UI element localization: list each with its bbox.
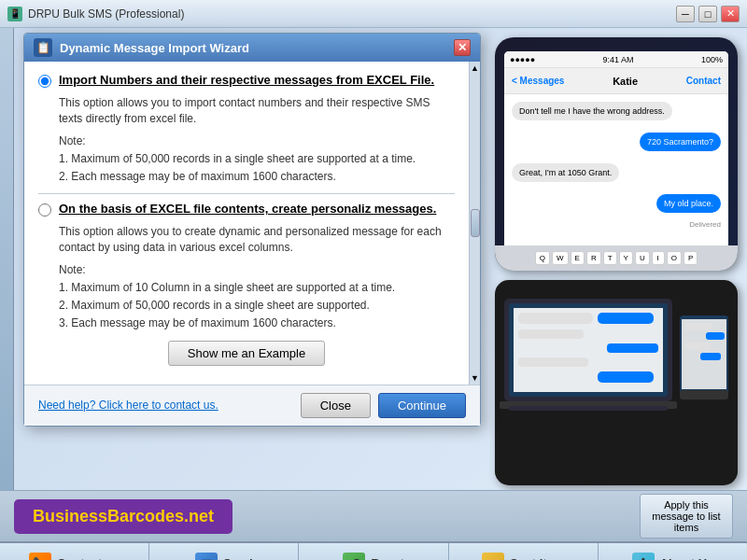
nav-send[interactable]: ✉ Send [149,543,299,560]
scroll-down-arrow[interactable]: ▼ [471,373,479,383]
key-Q[interactable]: Q [535,251,550,257]
help-link[interactable]: Need help? Click here to contact us. [38,399,218,412]
signal-bars: ●●●●● [510,55,535,64]
option1-radio[interactable] [38,75,51,88]
key-W[interactable]: W [552,251,569,257]
main-content: 📋 Dynamic Message Import Wizard ✕ [14,28,486,490]
key-I[interactable]: I [652,251,665,257]
sent-message-2: My old place. [656,194,721,213]
messages-body: Don't tell me I have the wrong address. … [504,94,728,231]
svg-rect-35 [706,332,725,340]
continue-button[interactable]: Continue [378,393,466,418]
key-T[interactable]: T [603,251,617,257]
key-P[interactable]: P [684,251,698,257]
dialog-scrollbar[interactable]: ▲ ▼ [469,62,480,385]
sent-item-icon: 📁 [482,553,504,561]
svg-rect-30 [509,406,668,411]
dialog-body: Import Numbers and their respective mess… [24,62,469,385]
key-O[interactable]: O [667,251,682,257]
window-close-button[interactable]: ✕ [721,6,740,22]
status-time: 9:41 AM [603,55,634,64]
app-title: DRPU Bulk SMS (Professional) [28,7,676,21]
svg-rect-36 [684,343,711,350]
option2-note-header: Note: [59,261,455,279]
window-controls: ─ □ ✕ [676,6,740,22]
nav-sent-label: Sent Item [510,556,565,560]
dialog-close-x-button[interactable]: ✕ [454,39,471,56]
dialog-icon: 📋 [34,38,52,57]
option1-note1: 1. Maximum of 50,000 records in a single… [59,150,455,168]
website-logo: BusinessBarcodes.net [14,499,233,534]
svg-rect-24 [598,313,654,324]
scroll-thumb[interactable] [471,209,480,237]
option2-note2: 2. Maximum of 50,000 records in a single… [59,297,455,315]
about-icon: ℹ [632,553,655,561]
option2-note3: 3. Each message may be of maximum 1600 c… [59,315,455,332]
nav-about-label: About Us [660,556,714,560]
reset-icon: ↺ [343,553,365,561]
close-button[interactable]: Close [301,393,371,418]
dialog-footer-buttons: Close Continue [301,393,466,418]
app-icon: 📱 [7,7,22,21]
right-panel: ●●●●● 9:41 AM 100% < Messages Katie Cont… [486,28,747,490]
minimize-button[interactable]: ─ [676,6,695,22]
app-area: DRPU Bulk SMS [0,28,747,560]
contact-link[interactable]: Contact [686,76,721,86]
phone-status-bar: ●●●●● 9:41 AM 100% [504,51,728,68]
option2-description: This option allows you to create dynamic… [59,224,455,256]
svg-rect-26 [607,343,658,353]
nav-contact-label: Contact us [57,556,120,560]
option1-note2: 2. Each message may be of maximum 1600 c… [59,168,455,186]
option2-radio[interactable] [38,203,51,217]
keyboard-row-1: Q W E R T Y U I O P [504,249,728,257]
apply-message-button[interactable]: Apply this message to list items [640,494,733,539]
contact-icon: 📞 [29,553,51,561]
dialog-title-bar: 📋 Dynamic Message Import Wizard ✕ [24,34,480,62]
svg-rect-27 [518,357,588,367]
option2-row: On the basis of EXCEL file contents, cre… [38,202,455,217]
option1-row: Import Numbers and their respective mess… [38,73,455,88]
import-wizard-dialog: 📋 Dynamic Message Import Wizard ✕ [23,33,481,427]
key-U[interactable]: U [635,251,650,257]
option2-label: On the basis of EXCEL file contents, cre… [59,202,436,216]
phone-keyboard: Q W E R T Y U I O P [504,245,728,257]
scroll-up-arrow[interactable]: ▲ [471,63,479,73]
svg-rect-23 [518,313,593,324]
delivered-status: Delivered [504,220,728,229]
sent-message-1: 720 Sacramento? [640,133,721,151]
dialog-title: Dynamic Message Import Wizard [60,41,249,55]
bottom-nav: 📞 Contact us ✉ Send ↺ Reset 📁 Sent Item … [0,541,747,560]
option1-description: This option allows you to import contact… [59,95,455,127]
website-bar: BusinessBarcodes.net Apply this message … [0,490,747,541]
key-E[interactable]: E [571,251,585,257]
option2-note1: 1. Maximum of 10 Column in a single shee… [59,279,455,297]
dialog-footer: Need help? Click here to contact us. Clo… [24,385,480,426]
key-Y[interactable]: Y [619,251,633,257]
option1-label: Import Numbers and their respective mess… [59,73,434,87]
received-message-1: Don't tell me I have the wrong address. [512,102,672,120]
send-icon: ✉ [195,553,218,561]
svg-rect-28 [598,371,654,383]
option1-note-header: Note: [59,133,455,150]
back-button[interactable]: < Messages [512,76,564,86]
nav-reset[interactable]: ↺ Reset [299,543,448,560]
nav-contact-us[interactable]: 📞 Contact us [0,543,149,560]
dialog-overlay: 📋 Dynamic Message Import Wizard ✕ [14,28,486,490]
maximize-button[interactable]: □ [698,6,717,22]
svg-rect-38 [680,390,728,399]
contact-name: Katie [613,76,638,87]
left-strip [0,28,14,490]
nav-reset-label: Reset [371,556,403,560]
title-bar: 📱 DRPU Bulk SMS (Professional) ─ □ ✕ [0,0,747,28]
device-graphic [495,280,738,467]
phone-mockup-bottom [495,280,738,485]
show-example-button[interactable]: Show me an Example [168,341,325,366]
key-R[interactable]: R [586,251,601,257]
nav-sent-item[interactable]: 📁 Sent Item [449,543,599,560]
option-divider [38,193,455,194]
received-message-2: Great, I'm at 1050 Grant. [512,163,619,182]
phone-screen: ●●●●● 9:41 AM 100% < Messages Katie Cont… [504,51,728,257]
nav-about-us[interactable]: ℹ About Us [599,543,747,560]
svg-rect-25 [518,329,584,339]
website-name: BusinessBarcodes [33,507,184,525]
